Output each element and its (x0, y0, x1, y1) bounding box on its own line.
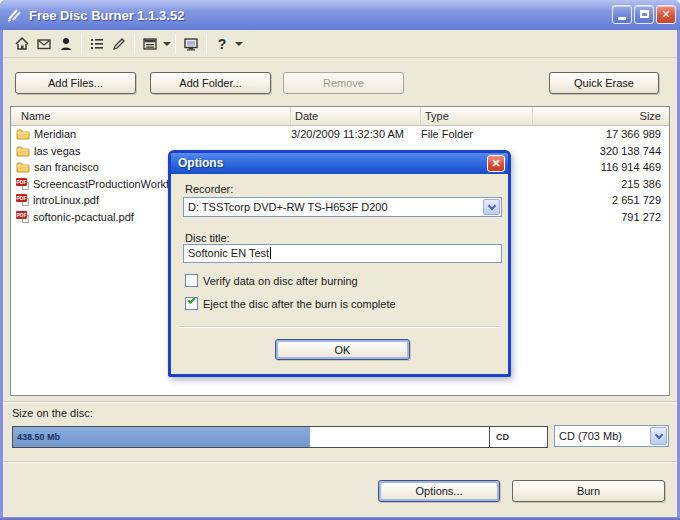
size-on-disc-label: Size on the disc: (12, 407, 93, 419)
file-size: 320 138 744 (533, 145, 669, 157)
dialog-title-bar: Options (171, 153, 508, 174)
cd-capacity-marker: CD (489, 426, 548, 448)
file-size: 791 272 (533, 211, 669, 223)
recorder-label: Recorder: (185, 183, 233, 195)
eject-checkbox-label: Eject the disc after the burn is complet… (203, 298, 396, 310)
monitor-icon (183, 36, 199, 52)
maximize-button[interactable] (634, 5, 654, 24)
verify-checkbox-row[interactable]: Verify data on disc after burning (185, 274, 358, 287)
file-date: 3/20/2009 11:32:30 AM (291, 128, 421, 140)
add-folder-button[interactable]: Add Folder... (150, 72, 271, 94)
pdf-icon: PDF (16, 211, 29, 223)
pdf-icon: PDF (16, 194, 29, 206)
folder-icon (16, 145, 30, 157)
mail-button[interactable] (33, 33, 55, 55)
disc-title-value: Softonic EN Test (188, 247, 269, 259)
toolbar-separator (81, 34, 82, 54)
close-button[interactable]: ✕ (656, 5, 676, 24)
pdf-icon: PDF (16, 178, 29, 190)
column-header-size[interactable]: Size (533, 107, 669, 125)
window-title: Free Disc Burner 1.1.3.52 (29, 8, 184, 23)
help-button[interactable]: ? (211, 33, 233, 55)
view-menu-icon (142, 36, 158, 52)
recorder-dropdown-button[interactable] (483, 199, 500, 215)
help-icon: ? (218, 36, 227, 52)
eject-checkbox-row[interactable]: Eject the disc after the burn is complet… (185, 297, 396, 310)
ok-button[interactable]: OK (275, 339, 410, 360)
user-icon (58, 36, 74, 52)
disc-usage-bar: 438.50 Mb (12, 426, 490, 448)
view-menu-dropdown-icon[interactable] (163, 42, 171, 46)
disc-used-value: 438.50 Mb (13, 432, 60, 442)
toolbar-separator (206, 34, 207, 54)
minimize-button[interactable] (612, 5, 632, 24)
remove-button[interactable]: Remove (283, 72, 404, 94)
table-row[interactable]: PDF Meridian 3/20/2009 11:32:30 AM File … (11, 126, 669, 143)
file-name: ScreencastProductionWorkfl (33, 178, 172, 190)
user-button[interactable] (55, 33, 77, 55)
column-header-name[interactable]: Name (11, 107, 291, 125)
file-type: File Folder (421, 128, 533, 140)
column-header-type[interactable]: Type (421, 107, 533, 125)
view-menu-button[interactable] (139, 33, 161, 55)
file-size: 215 386 (533, 178, 669, 190)
file-name: softonic-pcactual.pdf (33, 211, 134, 223)
recorder-value: D: TSSTcorp DVD+-RW TS-H653F D200 (184, 201, 482, 213)
mail-icon (36, 36, 52, 52)
minimize-icon (618, 17, 626, 20)
eject-checkbox[interactable] (185, 297, 198, 310)
options-dialog: Options ✕ Recorder: D: TSSTcorp DVD+-RW … (168, 150, 511, 377)
toolbar-separator (175, 34, 176, 54)
file-name: las vegas (34, 145, 80, 157)
verify-checkbox[interactable] (185, 274, 198, 287)
edit-button[interactable] (108, 33, 130, 55)
recorder-select[interactable]: D: TSSTcorp DVD+-RW TS-H653F D200 (183, 197, 502, 217)
quick-erase-button[interactable]: Quick Erase (549, 72, 659, 94)
options-button[interactable]: Options... (378, 480, 500, 502)
folder-icon (16, 161, 30, 173)
file-size: 2 651 729 (533, 194, 669, 206)
divider (179, 326, 500, 328)
close-icon: ✕ (661, 8, 670, 20)
app-window: Free Disc Burner 1.1.3.52 ✕ (0, 0, 680, 520)
home-icon (14, 36, 30, 52)
add-files-button[interactable]: Add Files... (15, 72, 136, 94)
file-size: 17 366 989 (533, 128, 669, 140)
help-dropdown-icon[interactable] (235, 42, 243, 46)
maximize-icon (640, 10, 649, 18)
chevron-down-icon (487, 201, 495, 209)
disc-title-input[interactable]: Softonic EN Test (183, 244, 502, 263)
folder-icon (16, 128, 30, 140)
verify-checkbox-label: Verify data on disc after burning (203, 275, 358, 287)
burn-button[interactable]: Burn (512, 480, 665, 502)
disc-usage-fill: 438.50 Mb (13, 427, 310, 447)
list-icon (89, 36, 105, 52)
disc-type-select[interactable]: CD (703 Mb) (554, 425, 669, 447)
divider (3, 461, 677, 463)
disc-type-value: CD (703 Mb) (555, 430, 649, 442)
check-icon (188, 296, 196, 304)
text-caret (270, 247, 271, 259)
app-logo-icon (6, 7, 23, 24)
column-header-date[interactable]: Date (291, 107, 421, 125)
monitor-button[interactable] (180, 33, 202, 55)
file-size: 116 914 469 (533, 161, 669, 173)
file-name: introLinux.pdf (33, 194, 99, 206)
file-list-header: Name Date Type Size (11, 107, 669, 126)
toolbar: ? (3, 30, 677, 58)
dialog-close-button[interactable]: ✕ (487, 155, 505, 172)
home-button[interactable] (11, 33, 33, 55)
chevron-down-icon (654, 430, 662, 438)
disc-type-dropdown-button[interactable] (650, 427, 667, 445)
edit-pencil-icon (111, 36, 127, 52)
divider (3, 401, 677, 403)
disc-title-label: Disc title: (185, 232, 230, 244)
close-icon: ✕ (491, 157, 500, 169)
toolbar-separator (134, 34, 135, 54)
client-area: ? Add Files... Add Folder... Remove Quic… (3, 30, 677, 517)
file-name: Meridian (34, 128, 76, 140)
list-button[interactable] (86, 33, 108, 55)
title-bar: Free Disc Burner 1.1.3.52 ✕ (0, 0, 680, 30)
file-name: san francisco (34, 161, 99, 173)
